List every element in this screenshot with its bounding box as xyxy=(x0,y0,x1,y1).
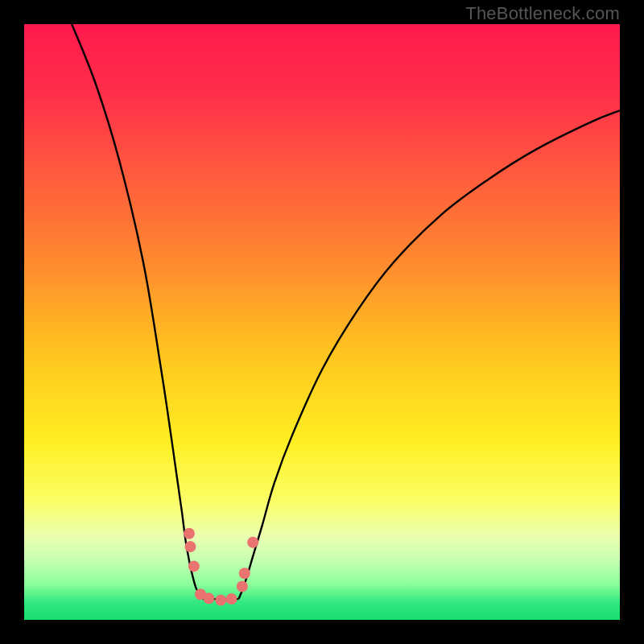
data-marker xyxy=(184,541,196,552)
plot-area xyxy=(24,24,620,620)
data-marker xyxy=(237,581,248,592)
data-marker xyxy=(203,592,214,604)
data-marker xyxy=(184,528,195,539)
data-marker xyxy=(215,595,226,606)
data-marker xyxy=(239,568,250,579)
watermark-text: TheBottleneck.com xyxy=(465,3,620,24)
data-marker xyxy=(226,593,237,605)
chart-svg xyxy=(24,24,620,620)
data-marker xyxy=(247,537,258,548)
chart-frame: TheBottleneck.com xyxy=(0,0,644,644)
data-marker xyxy=(188,560,200,572)
gradient-background xyxy=(24,24,620,620)
